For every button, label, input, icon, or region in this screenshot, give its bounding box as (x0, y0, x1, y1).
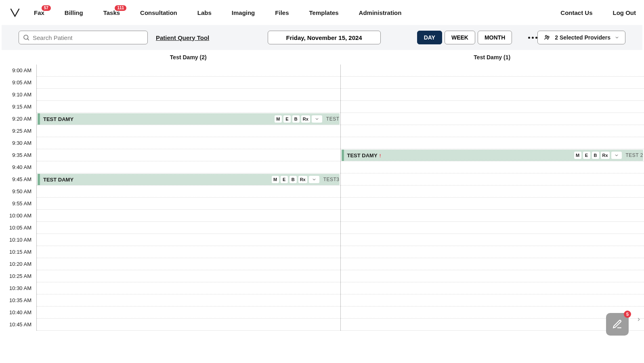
time-slot[interactable] (37, 210, 340, 222)
time-slot[interactable] (37, 137, 340, 149)
nav-imaging[interactable]: Imaging (232, 9, 255, 16)
time-slot[interactable] (37, 198, 340, 210)
time-slot[interactable] (341, 137, 644, 149)
search-wrapper (19, 31, 148, 44)
appointment[interactable]: TEST DAMYMEBRxTEST (38, 113, 340, 125)
time-slot[interactable] (37, 222, 340, 234)
appointment-b-button[interactable]: B (592, 152, 599, 159)
view-day-button[interactable]: DAY (417, 31, 442, 44)
nav-label: Imaging (232, 9, 255, 16)
appointment-m-button[interactable]: M (574, 152, 581, 159)
providers-filter-button[interactable]: 2 Selected Providers (537, 31, 625, 44)
provider-column[interactable]: TEST DAMY !MEBRxTEST 2 (340, 65, 644, 331)
appointment-rx-button[interactable]: Rx (298, 176, 307, 183)
time-label: 9:15 AM (0, 101, 36, 113)
appointment-rx-button[interactable]: Rx (601, 152, 610, 159)
chevron-right-icon (636, 315, 642, 324)
time-slot[interactable] (341, 113, 644, 125)
time-slot[interactable] (37, 149, 340, 161)
time-slot[interactable] (37, 125, 340, 137)
nav-log-out[interactable]: Log Out (613, 9, 636, 16)
time-slot[interactable] (341, 246, 644, 258)
time-slot[interactable] (341, 270, 644, 282)
compose-fab[interactable]: 5 (606, 313, 629, 336)
time-slot[interactable] (37, 246, 340, 258)
top-nav: Fax 57 Billing Tasks 111 Consultation La… (0, 0, 644, 25)
appointment-patient-name: TEST DAMY (43, 116, 273, 122)
appointment-e-button[interactable]: E (281, 176, 288, 183)
time-slot[interactable] (341, 258, 644, 270)
time-slot[interactable] (341, 101, 644, 113)
time-slot[interactable] (37, 270, 340, 282)
appointment[interactable]: TEST DAMYMEBRxTEST3 (38, 174, 340, 185)
time-label: 9:20 AM (0, 113, 36, 125)
nav-labs[interactable]: Labs (197, 9, 212, 16)
nav-contact-us[interactable]: Contact Us (560, 9, 592, 16)
provider-column[interactable]: TEST DAMYMEBRxTESTTEST DAMYMEBRxTEST3 (36, 65, 340, 331)
time-slot[interactable] (37, 89, 340, 101)
time-slot[interactable] (37, 65, 340, 77)
time-slot[interactable] (37, 101, 340, 113)
svg-line-1 (27, 39, 29, 40)
time-slot[interactable] (341, 186, 644, 198)
nav-fax[interactable]: Fax 57 (34, 9, 44, 16)
time-slot[interactable] (341, 161, 644, 173)
time-slot[interactable] (341, 210, 644, 222)
date-picker-button[interactable]: Friday, November 15, 2024 (268, 31, 381, 44)
time-slot[interactable] (37, 234, 340, 246)
nav-templates[interactable]: Templates (309, 9, 338, 16)
appointment-e-button[interactable]: E (283, 115, 291, 123)
appointment-rx-button[interactable]: Rx (301, 115, 310, 123)
appointment-m-button[interactable]: M (272, 176, 279, 183)
search-icon (23, 34, 30, 41)
time-label: 9:25 AM (0, 125, 36, 137)
appointment-b-button[interactable]: B (292, 115, 300, 123)
time-slot[interactable] (341, 282, 644, 294)
time-slot[interactable] (37, 258, 340, 270)
time-gutter: 9:00 AM9:05 AM9:10 AM9:15 AM9:20 AM9:25 … (0, 65, 36, 331)
nav-billing[interactable]: Billing (65, 9, 83, 16)
time-label: 10:20 AM (0, 258, 36, 270)
search-input[interactable] (19, 31, 148, 44)
time-slot[interactable] (341, 89, 644, 101)
appointment-expand-button[interactable] (611, 152, 622, 159)
next-chevron-button[interactable] (636, 315, 642, 326)
time-slot[interactable] (341, 222, 644, 234)
appointment-m-button[interactable]: M (275, 115, 282, 123)
time-slot[interactable] (37, 186, 340, 198)
nav-consultation[interactable]: Consultation (140, 9, 177, 16)
time-slot[interactable] (37, 319, 340, 331)
more-options-button[interactable] (528, 37, 537, 39)
time-slot[interactable] (341, 307, 644, 319)
time-slot[interactable] (341, 173, 644, 186)
app-logo[interactable] (8, 6, 22, 19)
time-slot[interactable] (37, 77, 340, 89)
patient-query-tool-link[interactable]: Patient Query Tool (156, 34, 209, 41)
time-slot[interactable] (341, 198, 644, 210)
chevron-down-icon (615, 35, 619, 40)
time-slot[interactable] (341, 125, 644, 137)
time-slot[interactable] (37, 307, 340, 319)
appointment-note: TEST (326, 116, 340, 122)
time-slot[interactable] (37, 294, 340, 307)
time-slot[interactable] (341, 77, 644, 89)
time-slot[interactable] (341, 234, 644, 246)
time-label: 9:45 AM (0, 173, 36, 186)
appointment-expand-button[interactable] (312, 115, 322, 123)
time-slot[interactable] (341, 294, 644, 307)
appointment-b-button[interactable]: B (289, 176, 297, 183)
nav-tasks[interactable]: Tasks 111 (103, 9, 120, 16)
appointment-e-button[interactable]: E (583, 152, 590, 159)
appointment-patient-name: TEST DAMY ! (347, 152, 573, 159)
view-month-button[interactable]: MONTH (478, 31, 512, 44)
nav-label: Contact Us (560, 9, 592, 16)
time-slot[interactable] (37, 161, 340, 173)
appointment[interactable]: TEST DAMY !MEBRxTEST 2 (342, 150, 644, 161)
view-week-button[interactable]: WEEK (445, 31, 475, 44)
time-slot[interactable] (341, 65, 644, 77)
appointment-expand-button[interactable] (309, 176, 319, 183)
nav-files[interactable]: Files (275, 9, 289, 16)
time-slot[interactable] (341, 319, 644, 331)
time-slot[interactable] (37, 282, 340, 294)
nav-administration[interactable]: Administration (359, 9, 402, 16)
